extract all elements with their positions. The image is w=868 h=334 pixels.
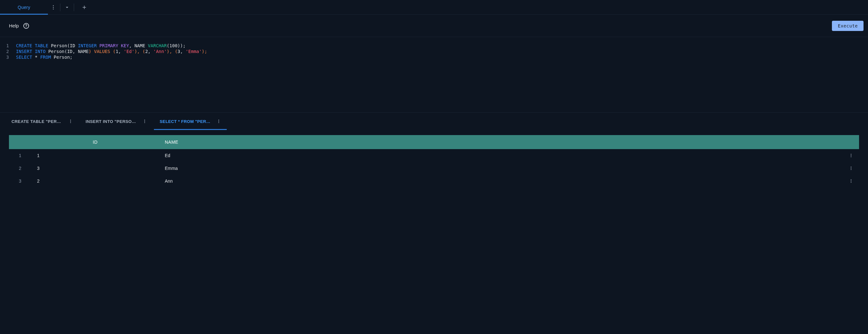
results-panel: CREATE TABLE "PERSON" (… INSERT INTO "PE…: [0, 112, 868, 187]
help-label: Help: [9, 23, 19, 28]
code-line: CREATE TABLE Person(ID INTEGER PRIMARY K…: [16, 43, 207, 49]
result-tab-label: SELECT * FROM "PERSON": [160, 119, 211, 124]
table-row[interactable]: 3 2 Ann: [9, 175, 859, 187]
line-number: 2: [0, 49, 9, 54]
svg-point-18: [851, 179, 851, 180]
cell-row-number: 2: [9, 162, 31, 175]
tab-query-underline: [0, 14, 48, 15]
more-vert-icon: [849, 166, 853, 171]
result-tab-menu[interactable]: [68, 119, 73, 124]
cell-name: Emma: [159, 162, 843, 175]
result-tab-bar: CREATE TABLE "PERSON" (… INSERT INTO "PE…: [0, 113, 868, 130]
svg-point-17: [851, 169, 851, 170]
svg-point-14: [851, 156, 851, 157]
svg-point-1: [53, 7, 54, 8]
result-tab-menu[interactable]: [217, 119, 221, 124]
svg-point-3: [70, 120, 71, 120]
cell-id: 2: [31, 175, 159, 187]
table-row[interactable]: 1 1 Ed: [9, 149, 859, 162]
column-name[interactable]: NAME: [159, 135, 843, 149]
code-line: SELECT * FROM Person;: [16, 54, 207, 60]
svg-point-9: [218, 120, 219, 120]
result-tab-menu[interactable]: [143, 119, 147, 124]
editor-code: CREATE TABLE Person(ID INTEGER PRIMARY K…: [12, 43, 207, 112]
cell-id: 3: [31, 162, 159, 175]
line-number: 1: [0, 43, 9, 49]
more-vert-icon: [51, 4, 56, 10]
column-actions: [843, 135, 859, 149]
column-id[interactable]: ID: [31, 135, 159, 149]
svg-point-2: [53, 8, 54, 9]
result-tab-label: CREATE TABLE "PERSON" (…: [11, 119, 63, 124]
column-rownum: [9, 135, 31, 149]
more-vert-icon: [849, 179, 853, 183]
tab-divider: [74, 3, 74, 11]
tab-menu-button[interactable]: [48, 0, 59, 14]
result-tab-select[interactable]: SELECT * FROM "PERSON": [157, 113, 223, 130]
row-menu-button[interactable]: [843, 149, 859, 162]
result-tab-label: INSERT INTO "PERSON" ("I…: [86, 119, 137, 124]
add-tab-button[interactable]: [75, 0, 93, 14]
editor-toolbar: Help ? Execute: [0, 15, 868, 37]
tab-query-label: Query: [18, 5, 30, 10]
result-table-zone: ID NAME 1 1 Ed: [0, 130, 868, 187]
svg-point-12: [851, 154, 851, 155]
svg-point-8: [144, 122, 145, 123]
svg-point-16: [851, 168, 851, 169]
table-row[interactable]: 2 3 Emma: [9, 162, 859, 175]
editor-gutter: 1 2 3: [0, 43, 12, 112]
svg-point-7: [144, 121, 145, 122]
svg-point-13: [851, 155, 851, 156]
sql-editor[interactable]: 1 2 3 CREATE TABLE Person(ID INTEGER PRI…: [0, 37, 868, 112]
svg-point-6: [144, 120, 145, 120]
more-vert-icon: [143, 119, 147, 124]
help-group: Help ?: [9, 23, 29, 29]
row-menu-button[interactable]: [843, 162, 859, 175]
more-vert-icon: [217, 119, 221, 124]
svg-point-20: [851, 182, 851, 183]
more-vert-icon: [68, 119, 73, 124]
cell-name: Ann: [159, 175, 843, 187]
line-number: 3: [0, 54, 9, 60]
result-tab-underline: [154, 129, 227, 130]
top-tab-bar: Query: [0, 0, 868, 15]
code-line: INSERT INTO Person(ID, NAME) VALUES (1, …: [16, 49, 207, 54]
result-tab-create[interactable]: CREATE TABLE "PERSON" (…: [9, 113, 75, 130]
plus-icon: [82, 4, 87, 10]
svg-point-11: [218, 122, 219, 123]
result-table-header-row: ID NAME: [9, 135, 859, 149]
tab-dropdown-button[interactable]: [62, 0, 72, 14]
svg-point-15: [851, 167, 851, 167]
tab-query[interactable]: Query: [0, 0, 48, 14]
more-vert-icon: [849, 153, 853, 158]
svg-point-10: [218, 121, 219, 122]
svg-point-5: [70, 122, 71, 123]
help-icon[interactable]: ?: [23, 23, 29, 29]
row-menu-button[interactable]: [843, 175, 859, 187]
cell-name: Ed: [159, 149, 843, 162]
cell-id: 1: [31, 149, 159, 162]
execute-button[interactable]: Execute: [832, 21, 864, 31]
chevron-down-icon: [64, 4, 70, 10]
svg-point-4: [70, 121, 71, 122]
cell-row-number: 1: [9, 149, 31, 162]
cell-row-number: 3: [9, 175, 31, 187]
svg-point-0: [53, 5, 54, 6]
result-table: ID NAME 1 1 Ed: [9, 135, 859, 187]
top-tab-icon-group: [48, 0, 93, 14]
svg-point-19: [851, 181, 851, 181]
tab-divider: [60, 3, 60, 11]
result-tab-insert[interactable]: INSERT INTO "PERSON" ("I…: [83, 113, 150, 130]
